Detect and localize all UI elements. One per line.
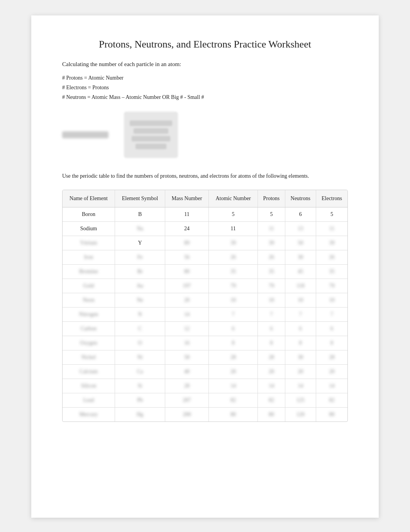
cell-protons: 8 — [258, 336, 285, 350]
cell-atomic: 11 — [208, 221, 258, 236]
blurred-value: 14 — [329, 383, 334, 389]
blurred-value: 125 — [296, 397, 305, 403]
cell-mass: 24 — [165, 221, 209, 236]
blurred-value: 16 — [184, 340, 190, 346]
blurred-value: 35 — [329, 269, 334, 275]
blurred-value: Lead — [83, 397, 94, 403]
cell-electrons: 82 — [316, 393, 347, 407]
table-row: BoronB115565 — [63, 207, 347, 221]
table-header-row: Name of Element Element Symbol Mass Numb… — [63, 190, 347, 207]
table-row: SodiumNa2411111311 — [63, 221, 347, 236]
blurred-value: 8 — [232, 340, 235, 346]
blurred-value: 39 — [329, 240, 334, 246]
blurred-value: 40 — [184, 369, 190, 375]
blurred-value: 10 — [269, 297, 274, 303]
table-row: SiliconSi2814141414 — [63, 379, 347, 393]
page: Protons, Neutrons, and Electrons Practic… — [31, 15, 379, 518]
cell-protons: 28 — [258, 350, 285, 364]
cell-name: Neon — [63, 293, 115, 307]
blurred-value: 120 — [296, 411, 305, 418]
blurred-value: 58 — [184, 354, 190, 360]
blurred-value: 39 — [230, 240, 236, 246]
cell-atomic: 80 — [208, 407, 258, 422]
cell-neutrons: 6 — [285, 321, 316, 336]
blurred-value: Nickel — [81, 354, 96, 360]
cell-symbol: Ca — [115, 364, 165, 379]
col-header-mass: Mass Number — [165, 190, 209, 207]
cell-electrons: 79 — [316, 279, 347, 293]
table-row: MercuryHg200808012080 — [63, 407, 347, 422]
cell-atomic: 39 — [208, 236, 258, 250]
blurred-value: Iron — [84, 254, 93, 260]
blurred-value: 26 — [329, 254, 334, 260]
cell-neutrons: 7 — [285, 307, 316, 321]
cell-atomic: 28 — [208, 350, 258, 364]
cell-symbol: Si — [115, 379, 165, 393]
blurred-value: 8 — [299, 340, 302, 346]
blurred-value: 30 — [298, 354, 303, 360]
cell-atomic: 7 — [208, 307, 258, 321]
cell-neutrons: 8 — [285, 336, 316, 350]
blurred-value: 79 — [269, 283, 274, 289]
cell-name: Sodium — [63, 221, 115, 236]
cell-electrons: 39 — [316, 236, 347, 250]
cell-protons: 80 — [258, 407, 285, 422]
blurred-value: 11 — [329, 226, 334, 232]
cell-neutrons: 20 — [285, 364, 316, 379]
blurred-value: Carbon — [81, 326, 97, 332]
cell-mass: 16 — [165, 336, 209, 350]
cell-electrons: 8 — [316, 336, 347, 350]
blurred-value: N — [138, 311, 142, 318]
blurred-value: 14 — [269, 383, 274, 389]
blurred-value: 11 — [269, 226, 274, 232]
blurred-value: 89 — [184, 240, 190, 246]
cell-protons: 82 — [258, 393, 285, 407]
cell-symbol: Au — [115, 279, 165, 293]
blurred-value: Fe — [137, 254, 143, 260]
table-row: YttriumY8939395039 — [63, 236, 347, 250]
cell-neutrons: 10 — [285, 293, 316, 307]
blurred-value: 10 — [230, 297, 236, 303]
blurred-value: Nitrogen — [79, 311, 98, 318]
cell-symbol: Na — [115, 221, 165, 236]
table-row: CarbonC126666 — [63, 321, 347, 336]
blurred-label — [62, 131, 108, 138]
blurred-value: 7 — [299, 311, 302, 318]
cell-electrons: 5 — [316, 207, 347, 221]
cell-mass: 28 — [165, 379, 209, 393]
blurred-value: Ca — [137, 369, 143, 375]
cell-mass: 200 — [165, 407, 209, 422]
cell-mass: 89 — [165, 236, 209, 250]
blurred-value: 79 — [329, 283, 334, 289]
table-row: NitrogenN147777 — [63, 307, 347, 321]
blurred-value: 20 — [230, 369, 236, 375]
cell-protons: 6 — [258, 321, 285, 336]
cell-atomic: 26 — [208, 250, 258, 264]
blurred-value: 8 — [330, 340, 333, 346]
blurred-value: 56 — [184, 254, 190, 260]
cell-electrons: 26 — [316, 250, 347, 264]
cell-name: Iron — [63, 250, 115, 264]
blurred-value: O — [138, 340, 142, 346]
cell-symbol: Fe — [115, 250, 165, 264]
cell-atomic: 79 — [208, 279, 258, 293]
cell-electrons: 80 — [316, 407, 347, 422]
table-row: IronFe5626263026 — [63, 250, 347, 264]
blurred-value: 20 — [184, 297, 190, 303]
intro-text: Calculating the number of each particle … — [62, 61, 348, 68]
cell-electrons: 7 — [316, 307, 347, 321]
blurred-value: 80 — [230, 411, 236, 418]
blurred-value: Gold — [83, 283, 94, 289]
cell-mass: 40 — [165, 364, 209, 379]
elements-table: Name of Element Element Symbol Mass Numb… — [63, 190, 347, 422]
blurred-value: 14 — [298, 383, 303, 389]
cell-symbol: Pb — [115, 393, 165, 407]
cell-neutrons: 30 — [285, 350, 316, 364]
formula-3: # Neutrons = Atomic Mass – Atomic Number… — [62, 92, 348, 102]
elements-table-wrapper: Name of Element Element Symbol Mass Numb… — [62, 190, 348, 422]
col-header-electrons: Electrons — [316, 190, 347, 207]
cell-name: Bromine — [63, 264, 115, 279]
blurred-value: 6 — [270, 326, 273, 332]
blurred-value: Mercury — [79, 411, 98, 418]
blurred-value: 80 — [269, 411, 274, 418]
